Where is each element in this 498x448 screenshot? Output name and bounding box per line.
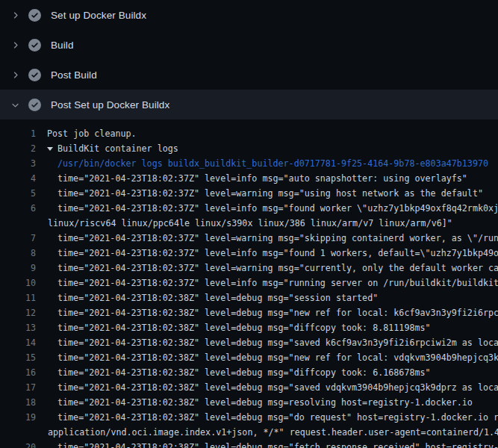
log-command-text: /usr/bin/docker logs buildx_buildkit_bui… (57, 156, 488, 171)
log-row: 13time="2021-04-23T18:02:38Z" level=debu… (0, 320, 498, 335)
log-row: 5time="2021-04-23T18:02:37Z" level=warni… (0, 186, 498, 201)
step-section-list: Set up Docker BuildxBuildPost BuildPost … (0, 0, 498, 119)
line-number[interactable]: 8 (0, 246, 36, 261)
line-number[interactable]: 2 (0, 141, 36, 156)
log-row: 12time="2021-04-23T18:02:38Z" level=debu… (0, 305, 498, 320)
log-line-text: time="2021-04-23T18:02:38Z" level=debug … (57, 440, 498, 448)
line-number[interactable]: 4 (0, 171, 36, 186)
log-lines-container: 1Post job cleanup.2BuildKit container lo… (0, 119, 498, 448)
check-circle-icon (28, 98, 41, 111)
step-section-header[interactable]: Post Set up Docker Buildx (0, 90, 498, 119)
line-number[interactable]: 16 (0, 365, 36, 380)
line-number[interactable]: 19 (0, 410, 36, 425)
log-row: 16time="2021-04-23T18:02:38Z" level=debu… (0, 365, 498, 380)
log-line-text: time="2021-04-23T18:02:37Z" level=warnin… (57, 261, 498, 276)
step-section-label: Post Set up Docker Buildx (51, 99, 169, 111)
log-line-text: time="2021-04-23T18:02:37Z" level=info m… (57, 201, 498, 216)
log-line-text: application/vnd.oci.image.index.v1+json,… (48, 425, 498, 440)
line-number[interactable]: 15 (0, 350, 36, 365)
log-line-text: time="2021-04-23T18:02:38Z" level=debug … (57, 395, 473, 410)
step-section-label: Build (51, 40, 74, 51)
line-number[interactable]: 14 (0, 335, 36, 350)
log-row: 6time="2021-04-23T18:02:37Z" level=info … (0, 201, 498, 216)
line-number[interactable]: 18 (0, 395, 36, 410)
step-section-label: Set up Docker Buildx (51, 10, 146, 21)
log-row: 8time="2021-04-23T18:02:37Z" level=info … (0, 246, 498, 261)
log-group-toggle[interactable]: BuildKit container logs (47, 141, 178, 156)
actions-log-viewer: Set up Docker BuildxBuildPost BuildPost … (0, 0, 498, 448)
log-row: 19time="2021-04-23T18:02:38Z" level=debu… (0, 410, 498, 425)
log-line-text: Post job cleanup. (47, 126, 137, 141)
log-line-text: time="2021-04-23T18:02:37Z" level=info m… (57, 276, 498, 290)
check-circle-icon (28, 68, 41, 81)
log-row: 17time="2021-04-23T18:02:38Z" level=debu… (0, 380, 498, 395)
chevron-right-icon (9, 69, 21, 81)
line-number[interactable]: 3 (0, 156, 36, 171)
log-row: 15time="2021-04-23T18:02:38Z" level=debu… (0, 350, 498, 365)
line-number[interactable]: 9 (0, 261, 36, 276)
log-row: 20time="2021-04-23T18:02:38Z" level=debu… (0, 440, 498, 448)
log-line-text: time="2021-04-23T18:02:38Z" level=debug … (57, 365, 431, 380)
log-row: 9time="2021-04-23T18:02:37Z" level=warni… (0, 261, 498, 276)
line-number[interactable]: 11 (0, 290, 36, 305)
check-circle-icon (28, 8, 41, 22)
log-line-text: time="2021-04-23T18:02:37Z" level=info m… (57, 246, 498, 261)
log-row: 11time="2021-04-23T18:02:38Z" level=debu… (0, 290, 498, 305)
step-section-label: Post Build (51, 69, 97, 81)
check-circle-icon (28, 38, 41, 52)
step-section-header[interactable]: Set up Docker Buildx (0, 0, 498, 30)
log-row: 10time="2021-04-23T18:02:37Z" level=info… (0, 276, 498, 290)
chevron-down-icon (9, 99, 21, 111)
log-row: 4time="2021-04-23T18:02:37Z" level=info … (0, 171, 498, 186)
line-number (0, 425, 36, 440)
log-line-text: time="2021-04-23T18:02:38Z" level=debug … (57, 380, 498, 395)
log-line-text: time="2021-04-23T18:02:37Z" level=warnin… (57, 231, 498, 246)
chevron-right-icon (9, 9, 21, 21)
log-row: 2BuildKit container logs (0, 141, 498, 156)
log-line-text: time="2021-04-23T18:02:37Z" level=info m… (57, 171, 467, 186)
line-number[interactable]: 13 (0, 320, 36, 335)
log-row: 14time="2021-04-23T18:02:38Z" level=debu… (0, 335, 498, 350)
log-line-text: linux/riscv64 linux/ppc64le linux/s390x … (48, 216, 452, 231)
log-row: 1Post job cleanup. (0, 126, 498, 141)
log-line-text: time="2021-04-23T18:02:37Z" level=warnin… (57, 186, 483, 201)
log-group-label[interactable]: BuildKit container logs (57, 143, 178, 154)
log-row: application/vnd.oci.image.index.v1+json,… (0, 425, 498, 440)
log-row: 18time="2021-04-23T18:02:38Z" level=debu… (0, 395, 498, 410)
line-number[interactable]: 5 (0, 186, 36, 201)
log-row: linux/riscv64 linux/ppc64le linux/s390x … (0, 216, 498, 231)
log-line-text: time="2021-04-23T18:02:38Z" level=debug … (57, 410, 498, 425)
line-number[interactable]: 20 (0, 440, 36, 448)
log-line-text: time="2021-04-23T18:02:38Z" level=debug … (57, 335, 498, 350)
line-number[interactable]: 12 (0, 305, 36, 320)
group-expanded-triangle-icon[interactable] (47, 147, 53, 151)
step-section-header[interactable]: Build (0, 30, 498, 60)
step-section-header[interactable]: Post Build (0, 60, 498, 90)
chevron-right-icon (9, 39, 21, 51)
log-line-text: time="2021-04-23T18:02:38Z" level=debug … (57, 305, 498, 320)
line-number[interactable]: 6 (0, 201, 36, 216)
log-row: 3/usr/bin/docker logs buildx_buildkit_bu… (0, 156, 498, 171)
line-number[interactable]: 7 (0, 231, 36, 246)
line-number (0, 216, 36, 231)
line-number[interactable]: 17 (0, 380, 36, 395)
log-row: 7time="2021-04-23T18:02:37Z" level=warni… (0, 231, 498, 246)
line-number[interactable]: 1 (0, 126, 36, 141)
line-number[interactable]: 10 (0, 276, 36, 290)
log-line-text: time="2021-04-23T18:02:38Z" level=debug … (57, 350, 498, 365)
log-line-text: time="2021-04-23T18:02:38Z" level=debug … (57, 290, 378, 305)
log-line-text: time="2021-04-23T18:02:38Z" level=debug … (57, 320, 431, 335)
